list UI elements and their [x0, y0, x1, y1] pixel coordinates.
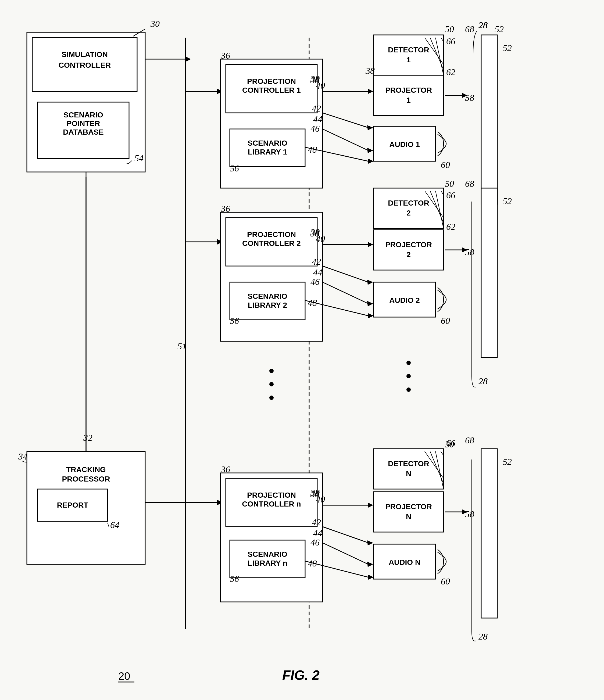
svg-text:38: 38	[310, 489, 320, 499]
svg-text:46: 46	[311, 277, 320, 287]
svg-text:68: 68	[465, 24, 474, 34]
svg-text:38: 38	[310, 75, 320, 85]
svg-text:52: 52	[494, 24, 504, 34]
svg-text:60: 60	[441, 316, 450, 326]
svg-text:42: 42	[312, 257, 321, 267]
svg-text:LIBRARY 2: LIBRARY 2	[248, 301, 287, 309]
svg-text:52: 52	[503, 196, 512, 206]
svg-text:44: 44	[313, 528, 322, 538]
svg-text:N: N	[406, 470, 411, 478]
svg-text:36: 36	[221, 204, 230, 214]
svg-text:AUDIO 2: AUDIO 2	[389, 296, 420, 304]
svg-text:60: 60	[441, 576, 450, 586]
svg-text:54: 54	[135, 153, 144, 163]
svg-rect-180	[481, 449, 497, 618]
svg-text:46: 46	[311, 538, 320, 547]
svg-text:28: 28	[479, 631, 488, 642]
svg-text:68: 68	[465, 435, 474, 445]
svg-text:20: 20	[118, 670, 130, 682]
svg-text:44: 44	[313, 267, 322, 277]
svg-text:30: 30	[150, 19, 160, 29]
svg-text:PROJECTION: PROJECTION	[247, 77, 296, 85]
svg-text:CONTROLLER 1: CONTROLLER 1	[242, 86, 301, 94]
svg-text:48: 48	[308, 298, 317, 308]
svg-rect-169	[373, 492, 443, 532]
svg-text:1: 1	[406, 56, 411, 64]
svg-point-155	[269, 396, 274, 400]
svg-text:32: 32	[83, 433, 93, 443]
svg-text:SCENARIO: SCENARIO	[247, 292, 287, 300]
svg-text:68: 68	[465, 179, 474, 189]
svg-rect-128	[481, 35, 497, 204]
svg-text:60: 60	[441, 160, 450, 170]
svg-text:PROJECTOR: PROJECTOR	[385, 241, 432, 249]
svg-text:AUDIO 1: AUDIO 1	[389, 140, 420, 149]
svg-text:FIG. 2: FIG. 2	[282, 668, 320, 683]
svg-rect-142	[373, 230, 443, 270]
svg-text:50: 50	[445, 24, 454, 34]
svg-text:PROJECTOR: PROJECTOR	[385, 86, 432, 94]
svg-text:N: N	[406, 512, 411, 521]
svg-text:34: 34	[18, 451, 27, 461]
svg-text:38: 38	[310, 228, 320, 239]
svg-text:DETECTOR: DETECTOR	[388, 459, 429, 468]
svg-text:48: 48	[308, 558, 317, 568]
svg-text:SCENARIO: SCENARIO	[64, 111, 103, 119]
svg-text:SIMULATION: SIMULATION	[62, 50, 108, 58]
svg-text:56: 56	[230, 316, 239, 326]
svg-text:CONTROLLER: CONTROLLER	[58, 61, 111, 69]
svg-text:PROCESSOR: PROCESSOR	[62, 475, 110, 483]
svg-text:PROJECTION: PROJECTION	[247, 230, 296, 239]
svg-text:CONTROLLER n: CONTROLLER n	[242, 500, 301, 508]
svg-text:36: 36	[221, 51, 230, 60]
svg-text:52: 52	[503, 457, 512, 467]
svg-point-156	[406, 360, 411, 365]
svg-text:CONTROLLER 2: CONTROLLER 2	[242, 239, 301, 248]
svg-text:58: 58	[465, 93, 474, 103]
svg-text:PROJECTOR: PROJECTOR	[385, 502, 432, 511]
svg-text:64: 64	[110, 520, 119, 530]
svg-text:58: 58	[465, 247, 474, 257]
svg-point-154	[269, 382, 274, 386]
svg-text:42: 42	[312, 517, 321, 527]
svg-text:56: 56	[230, 574, 239, 584]
svg-point-153	[269, 369, 274, 373]
svg-text:POINTER: POINTER	[67, 119, 100, 128]
svg-text:REPORT: REPORT	[57, 501, 89, 509]
svg-text:2: 2	[406, 250, 411, 259]
svg-text:AUDIO N: AUDIO N	[389, 558, 420, 567]
svg-text:48: 48	[308, 145, 317, 154]
svg-rect-150	[481, 188, 497, 357]
diagram-container: SIMULATION CONTROLLER SCENARIO POINTER D…	[0, 0, 604, 700]
svg-text:36: 36	[221, 464, 230, 474]
svg-text:58: 58	[465, 509, 474, 519]
svg-text:66: 66	[446, 438, 455, 448]
svg-text:28: 28	[479, 20, 488, 30]
svg-text:SCENARIO: SCENARIO	[247, 139, 287, 147]
svg-text:PROJECTION: PROJECTION	[247, 491, 296, 499]
svg-rect-106	[373, 35, 443, 75]
svg-text:56: 56	[230, 164, 239, 173]
svg-text:DETECTOR: DETECTOR	[388, 199, 429, 207]
svg-text:1: 1	[406, 96, 411, 104]
svg-text:LIBRARY 1: LIBRARY 1	[248, 148, 287, 156]
svg-text:52: 52	[503, 43, 512, 53]
svg-text:62: 62	[446, 67, 455, 77]
svg-point-158	[406, 388, 411, 392]
svg-text:66: 66	[446, 36, 455, 46]
svg-rect-159	[373, 449, 443, 489]
svg-text:DETECTOR: DETECTOR	[388, 46, 429, 54]
svg-text:LIBRARY n: LIBRARY n	[247, 559, 287, 567]
svg-text:42: 42	[312, 103, 321, 114]
svg-text:62: 62	[446, 222, 455, 232]
svg-rect-119	[373, 75, 443, 116]
svg-text:44: 44	[313, 114, 322, 124]
svg-text:51: 51	[177, 341, 187, 351]
svg-text:38: 38	[365, 66, 375, 76]
svg-text:DATABASE: DATABASE	[63, 128, 103, 136]
svg-text:46: 46	[311, 124, 320, 133]
svg-text:50: 50	[445, 179, 454, 189]
svg-point-157	[406, 374, 411, 378]
svg-rect-131	[373, 188, 443, 228]
svg-text:TRACKING: TRACKING	[66, 466, 106, 474]
